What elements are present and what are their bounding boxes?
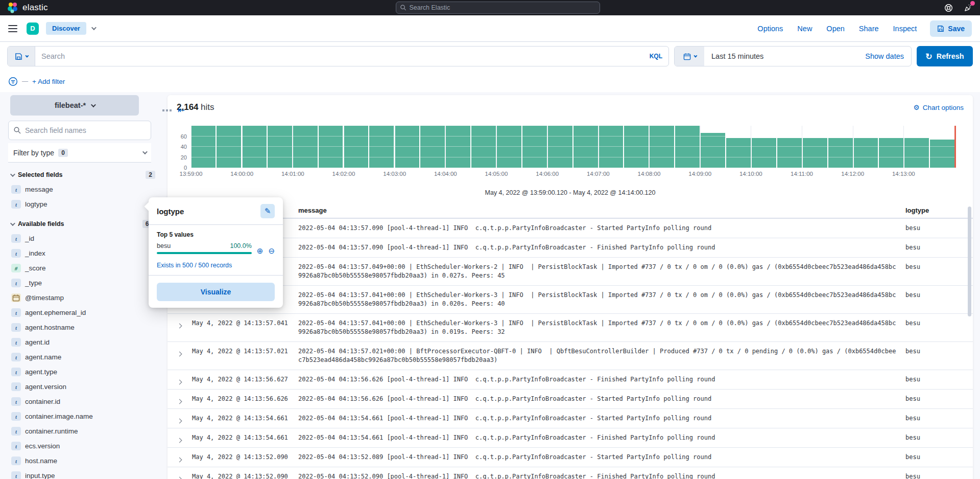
histogram-bar[interactable] <box>701 133 725 168</box>
histogram-bar[interactable] <box>930 140 954 168</box>
histogram-bar[interactable] <box>471 126 496 168</box>
expand-row-button[interactable] <box>175 370 192 386</box>
global-search[interactable] <box>396 2 600 14</box>
filter-icon[interactable] <box>8 77 18 86</box>
toolbar-action-open[interactable]: Open <box>826 25 844 33</box>
chevron-right-icon <box>177 380 182 385</box>
breadcrumb-chevron-icon[interactable] <box>91 25 97 30</box>
histogram-bar[interactable] <box>624 126 649 168</box>
field-item-agent.id[interactable]: tagent.id <box>8 335 157 350</box>
expand-row-button[interactable] <box>175 448 192 464</box>
toolbar-action-options[interactable]: Options <box>757 25 783 33</box>
field-item-ecs.version[interactable]: tecs.version <box>8 439 157 453</box>
field-item-input.type[interactable]: tinput.type <box>8 468 157 479</box>
col-header-message[interactable]: message <box>298 203 905 218</box>
field-item-agent.type[interactable]: tagent.type <box>8 364 157 379</box>
field-item-container.id[interactable]: tcontainer.id <box>8 394 157 409</box>
elastic-logo[interactable]: elastic <box>7 2 48 13</box>
histogram-bar[interactable] <box>395 126 419 168</box>
histogram-bar[interactable] <box>879 138 903 168</box>
toolbar-action-inspect[interactable]: Inspect <box>893 25 917 33</box>
index-pattern-selector[interactable]: filebeat-* <box>10 95 139 116</box>
exists-in-records-link[interactable]: Exists in 500 / 500 records <box>157 262 275 269</box>
toolbar-action-new[interactable]: New <box>797 25 812 33</box>
field-item-agent.ephemeral_id[interactable]: tagent.ephemeral_id <box>8 305 157 320</box>
filter-by-type[interactable]: Filter by type 0 <box>8 143 151 163</box>
table-scrollbar[interactable] <box>968 207 971 316</box>
menu-icon[interactable] <box>8 25 17 32</box>
histogram-bar[interactable] <box>344 126 368 168</box>
histogram-bar[interactable] <box>446 126 470 168</box>
field-item-_index[interactable]: t_index <box>8 246 157 261</box>
histogram-bar[interactable] <box>675 126 700 168</box>
breadcrumb-discover[interactable]: Discover <box>46 22 86 35</box>
histogram-bar[interactable] <box>191 126 216 168</box>
histogram-bar[interactable] <box>650 126 674 168</box>
expand-row-button[interactable] <box>175 342 192 358</box>
filter-out-value-icon[interactable]: ⊖ <box>268 246 275 256</box>
field-item-agent.name[interactable]: tagent.name <box>8 350 157 364</box>
selected-fields-header[interactable]: Selected fields 2 <box>10 171 155 179</box>
add-filter-button[interactable]: + Add filter <box>32 78 65 85</box>
search-query-input[interactable] <box>35 52 643 60</box>
expand-row-button[interactable] <box>175 409 192 425</box>
histogram-bar[interactable] <box>497 126 521 168</box>
field-item-host.name[interactable]: thost.name <box>8 453 157 468</box>
expand-row-button[interactable] <box>175 314 192 330</box>
toolbar-action-share[interactable]: Share <box>859 25 879 33</box>
field-item-_score[interactable]: #_score <box>8 261 157 276</box>
top-value-label: besu <box>157 242 171 249</box>
field-item-_id[interactable]: t_id <box>8 231 157 246</box>
histogram-bar[interactable] <box>242 126 267 168</box>
visualize-button[interactable]: Visualize <box>157 283 275 301</box>
sidebar-resize-handle[interactable] <box>162 109 172 111</box>
histogram-bar[interactable] <box>420 126 445 168</box>
histogram-bar[interactable] <box>752 138 776 168</box>
saved-query-menu-button[interactable] <box>8 47 35 66</box>
expand-row-button[interactable] <box>175 467 192 479</box>
histogram-bar[interactable] <box>369 126 394 168</box>
field-item-container.image.name[interactable]: tcontainer.image.name <box>8 409 157 424</box>
col-header-logtype[interactable]: logtype <box>905 203 963 218</box>
chart-options-button[interactable]: ⚙ Chart options <box>914 103 964 111</box>
histogram-bar[interactable] <box>217 126 241 168</box>
save-button[interactable]: Save <box>930 20 972 37</box>
filter-for-value-icon[interactable]: ⊕ <box>257 246 264 256</box>
expand-row-button[interactable] <box>175 428 192 444</box>
field-item-@timestamp[interactable]: @timestamp <box>8 290 157 305</box>
field-item-logtype[interactable]: tlogtype× <box>8 197 157 212</box>
collapse-sidebar-icon[interactable]: ⇤ <box>178 106 185 115</box>
histogram-bar[interactable] <box>726 138 751 168</box>
edit-field-button[interactable]: ✎ <box>260 204 275 218</box>
global-search-input[interactable] <box>409 4 595 11</box>
histogram-bar[interactable] <box>268 126 292 168</box>
field-item-_type[interactable]: t_type <box>8 276 157 290</box>
histogram-bar[interactable] <box>828 138 853 168</box>
expand-row-button[interactable] <box>175 390 192 405</box>
field-search-input[interactable] <box>25 126 146 134</box>
histogram-bar[interactable] <box>599 126 624 168</box>
refresh-button[interactable]: ↻ Refresh <box>917 46 973 66</box>
histogram-bar[interactable] <box>854 138 878 168</box>
newsfeed-icon[interactable] <box>963 3 973 13</box>
field-item-agent.version[interactable]: tagent.version <box>8 379 157 394</box>
help-icon[interactable] <box>943 3 953 13</box>
time-range-value[interactable]: Last 15 minutes <box>704 52 763 60</box>
field-item-container.runtime[interactable]: tcontainer.runtime <box>8 424 157 439</box>
space-badge[interactable]: D <box>27 22 39 35</box>
histogram-bar[interactable] <box>803 138 827 168</box>
histogram-bar[interactable] <box>777 138 802 168</box>
available-fields-header[interactable]: Available fields 65 <box>10 220 155 228</box>
histogram-bar[interactable] <box>522 126 547 168</box>
field-item-message[interactable]: tmessage <box>8 182 157 197</box>
histogram-bar[interactable] <box>573 126 598 168</box>
field-item-agent.hostname[interactable]: tagent.hostname <box>8 320 157 335</box>
histogram-bar[interactable] <box>319 126 343 168</box>
show-dates-link[interactable]: Show dates <box>865 52 911 60</box>
histogram-bar[interactable] <box>904 138 929 168</box>
date-picker-quick-menu[interactable] <box>675 47 704 66</box>
kql-toggle[interactable]: KQL <box>643 53 668 60</box>
histogram-bar[interactable] <box>548 126 572 168</box>
histogram-bar[interactable] <box>293 126 318 168</box>
field-name: _score <box>25 264 46 272</box>
